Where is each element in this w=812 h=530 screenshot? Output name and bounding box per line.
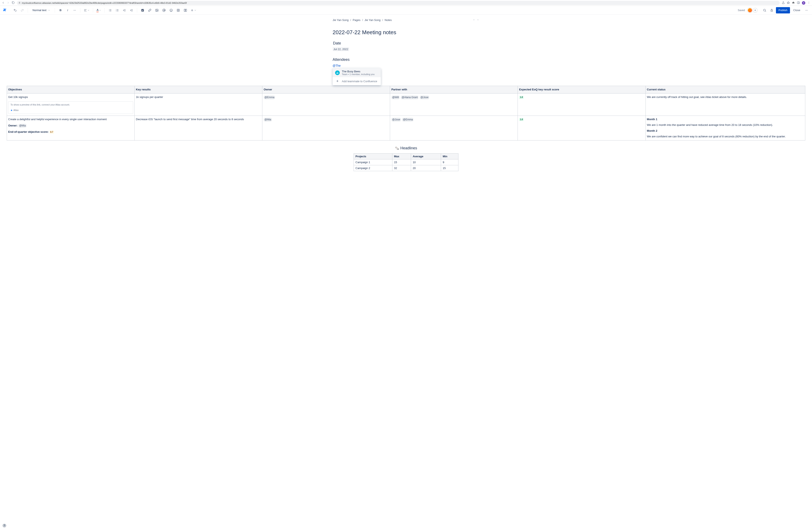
table-row[interactable]: Create a delightful and helpful experien…: [7, 116, 805, 140]
svg-point-8: [74, 10, 75, 11]
search-button[interactable]: [762, 8, 768, 13]
plus-icon: +: [335, 79, 340, 84]
svg-line-46: [765, 11, 766, 11]
confluence-logo-icon[interactable]: [2, 8, 7, 13]
link-button[interactable]: [147, 8, 153, 13]
svg-point-35: [170, 9, 172, 12]
th-projects[interactable]: Projects: [354, 154, 392, 159]
th-score[interactable]: Expected EoQ key result score: [518, 86, 646, 94]
share-icon[interactable]: [782, 1, 785, 5]
insert-button[interactable]: [190, 8, 197, 13]
back-icon[interactable]: [2, 1, 5, 5]
mention-suggestion-title: The Busy Bees: [342, 70, 375, 73]
mention-chip[interactable]: @Will: [391, 96, 400, 99]
th-status[interactable]: Current status: [646, 86, 805, 94]
breadcrumb-link[interactable]: Jie Yan Song: [333, 18, 349, 22]
objective-text: Get 10k signups: [8, 95, 133, 99]
okr-table[interactable]: Objectives Key results Owner Partner wit…: [7, 86, 805, 141]
score-chip[interactable]: 1.0: [519, 96, 524, 99]
add-teammate-action[interactable]: + Add teammate to Confluence: [333, 77, 381, 85]
more-formatting-button[interactable]: [72, 8, 77, 13]
kebab-icon[interactable]: [807, 1, 810, 5]
bullet-list-button[interactable]: [107, 8, 113, 13]
svg-marker-1: [787, 1, 789, 4]
profile-avatar[interactable]: H: [802, 1, 805, 5]
th-max[interactable]: Max: [392, 154, 411, 159]
collaborator-avatar[interactable]: [748, 8, 752, 13]
svg-rect-47: [771, 10, 772, 11]
emoji-button[interactable]: [168, 8, 174, 13]
atlas-message: To show a preview of this link, connect …: [11, 103, 70, 106]
browser-chrome: mycloudconfluence.atlassian.net/wiki/spa…: [0, 0, 812, 6]
table-row[interactable]: Campaign 2 32 20 15: [354, 165, 459, 171]
outdent-button[interactable]: [121, 8, 127, 13]
table-button[interactable]: [175, 8, 181, 13]
url-bar[interactable]: mycloudconfluence.atlassian.net/wiki/spa…: [17, 1, 780, 5]
bold-button[interactable]: B: [57, 8, 63, 13]
star-icon[interactable]: [787, 1, 790, 5]
atlas-link[interactable]: Atlas: [11, 109, 131, 112]
redo-button[interactable]: [19, 8, 25, 13]
mention-chip[interactable]: @Alana Grant: [401, 96, 418, 99]
action-item-button[interactable]: [140, 8, 146, 13]
panel-icon[interactable]: [797, 1, 800, 5]
mention-button[interactable]: [161, 8, 167, 13]
mention-chip[interactable]: @Jose: [420, 96, 429, 99]
breadcrumb-link[interactable]: Pages: [353, 18, 361, 22]
th-objectives[interactable]: Objectives: [7, 86, 135, 94]
svg-point-50: [807, 10, 808, 11]
mention-chip[interactable]: @Mia: [18, 124, 27, 128]
headlines-heading: 🗞️ Headlines: [7, 146, 805, 151]
text-style-dropdown[interactable]: Normal text: [30, 8, 52, 13]
date-chip[interactable]: Jul 22, 2022: [333, 47, 349, 51]
breadcrumb-link[interactable]: Notes: [385, 18, 392, 22]
atlas-connect-card[interactable]: To show a preview of this link, connect …: [8, 101, 133, 114]
page-width-toggle[interactable]: ← →: [473, 18, 479, 21]
saved-status: Saved: [738, 9, 745, 12]
mention-chip[interactable]: @Jose: [391, 118, 401, 121]
th-owner[interactable]: Owner: [262, 86, 390, 94]
more-actions-button[interactable]: [803, 8, 810, 13]
numbered-list-button[interactable]: 123: [114, 8, 120, 13]
svg-rect-42: [186, 9, 187, 11]
text-color-button[interactable]: A: [96, 8, 102, 13]
restrictions-button[interactable]: [769, 8, 775, 13]
breadcrumb-link[interactable]: Jie Yan Song: [364, 18, 380, 22]
publish-button[interactable]: Publish: [776, 7, 790, 13]
forward-icon[interactable]: [7, 1, 10, 5]
th-partner[interactable]: Partner with: [390, 86, 518, 94]
layouts-button[interactable]: [183, 8, 188, 13]
reload-icon[interactable]: [12, 1, 15, 5]
mention-input[interactable]: @The: [333, 64, 479, 67]
mention-chip[interactable]: @Emma: [402, 118, 414, 121]
svg-rect-31: [141, 9, 144, 12]
alignment-button[interactable]: [83, 8, 90, 13]
svg-rect-41: [184, 9, 185, 11]
undo-button[interactable]: [12, 8, 18, 13]
mention-chip[interactable]: @Emma: [264, 96, 275, 99]
mention-chip[interactable]: @Mia: [264, 118, 272, 121]
add-teammate-label: Add teammate to Confluence: [342, 80, 377, 83]
key-result-cell: Decrease iOS "launch to send first messa…: [135, 116, 262, 140]
svg-point-49: [806, 10, 807, 11]
table-row[interactable]: Campaign 1 15 10 9: [354, 159, 459, 165]
score-chip[interactable]: 1.0: [519, 118, 524, 121]
table-row[interactable]: Get 10k signups To show a preview of thi…: [7, 94, 805, 116]
th-min[interactable]: Min: [441, 154, 458, 159]
page-title[interactable]: 2022-07-22 Meeting notes: [333, 29, 479, 35]
close-button[interactable]: Close: [791, 7, 802, 13]
svg-text:3: 3: [116, 11, 116, 12]
extensions-icon[interactable]: [792, 1, 795, 5]
th-avg[interactable]: Average: [411, 154, 441, 159]
mention-suggestion-team[interactable]: The Busy Bees Team • 1 member, including…: [333, 68, 381, 77]
headlines-table[interactable]: Projects Max Average Min Campaign 1 15 1…: [353, 153, 459, 171]
svg-point-33: [156, 10, 157, 10]
indent-button[interactable]: [129, 8, 134, 13]
score-chip[interactable]: 0.7: [49, 131, 54, 134]
image-button[interactable]: [154, 8, 160, 13]
status-text: We are currently off track of hitting ou…: [647, 95, 804, 99]
th-key-results[interactable]: Key results: [135, 86, 262, 94]
svg-rect-0: [19, 2, 20, 3]
italic-button[interactable]: I: [64, 8, 71, 13]
add-collaborator-button[interactable]: +: [753, 8, 757, 13]
